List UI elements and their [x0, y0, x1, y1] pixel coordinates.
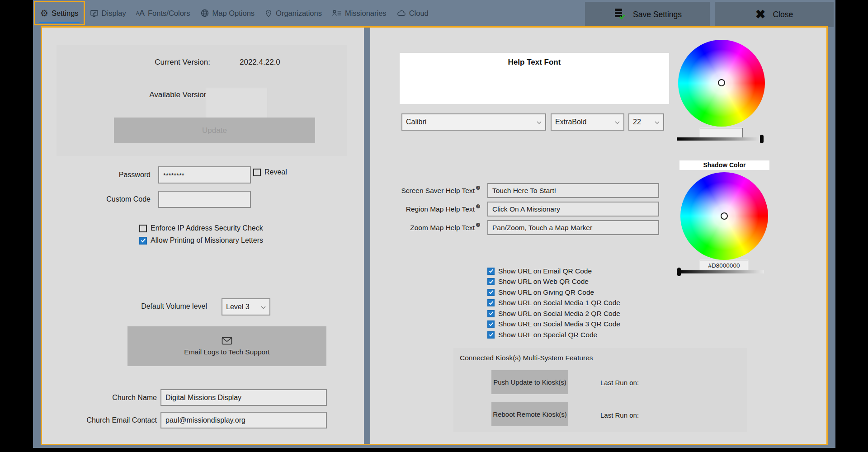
display-icon — [90, 9, 99, 18]
close-icon: ✖ — [755, 9, 766, 21]
screen-saver-help-label: Screen Saver Help Texti — [370, 183, 480, 198]
main-color-brightness-slider[interactable] — [677, 137, 763, 141]
enforce-ip-row: Enforce IP Address Security Check — [139, 224, 263, 232]
zoom-map-help-input[interactable] — [487, 220, 659, 235]
qr-social3-row: Show URL on Social Media 3 QR Code — [487, 319, 620, 330]
tab-fonts-colors[interactable]: AA Fonts/Colors — [131, 2, 195, 24]
kiosk-section-title: Connected Kiosk(s) Multi-System Features — [460, 354, 593, 362]
save-settings-button[interactable]: Save Settings — [585, 2, 710, 27]
font-family-select[interactable]: Calibri — [401, 113, 546, 131]
church-email-input[interactable] — [160, 412, 327, 428]
qr-social2-row: Show URL on Social Media 2 QR Code — [487, 308, 620, 319]
gear-icon: ⚙ — [40, 9, 48, 18]
zoom-map-help-label: Zoom Map Help Texti — [370, 220, 480, 235]
shadow-color-slider-handle[interactable] — [677, 268, 681, 276]
qr-giving-row: Show URL on Giving QR Code — [487, 287, 620, 298]
person-list-icon — [332, 9, 342, 17]
screen: ⚙ Settings Display AA Fonts/Colors — [0, 0, 868, 452]
reveal-label: Reveal — [264, 168, 287, 176]
font-family-value: Calibri — [406, 118, 426, 126]
chevron-down-icon — [655, 118, 660, 126]
qr-email-checkbox[interactable] — [487, 268, 495, 275]
qr-special-row: Show URL on Special QR Code — [487, 330, 620, 340]
main-color-slider-handle[interactable] — [760, 135, 764, 143]
push-last-run-label: Last Run on: — [600, 379, 639, 386]
qr-social2-checkbox[interactable] — [487, 310, 495, 317]
qr-social1-checkbox[interactable] — [487, 299, 495, 306]
tab-cloud-label: Cloud — [409, 9, 429, 18]
toolbar: ⚙ Settings Display AA Fonts/Colors — [33, 0, 835, 26]
tab-map-options-label: Map Options — [212, 9, 255, 18]
cloud-icon — [396, 9, 406, 17]
update-button[interactable]: Update — [114, 118, 315, 143]
chevron-down-icon — [261, 303, 266, 311]
close-label: Close — [773, 10, 793, 19]
tab-map-options[interactable]: Map Options — [195, 2, 260, 24]
tab-fonts-colors-label: Fonts/Colors — [148, 9, 190, 18]
allow-printing-label: Allow Printing of Missionary Letters — [151, 236, 263, 245]
push-update-button[interactable]: Push Update to Kiosk(s) — [491, 370, 568, 394]
tab-missionaries-label: Missionaries — [345, 9, 387, 18]
custom-code-input[interactable] — [158, 191, 251, 208]
font-weight-value: ExtraBold — [555, 118, 586, 126]
globe-icon — [200, 9, 209, 18]
shadow-color-brightness-slider[interactable] — [677, 270, 764, 273]
info-icon: i — [476, 204, 480, 208]
tab-display[interactable]: Display — [85, 2, 131, 24]
email-logs-button[interactable]: Email Logs to Tech Support — [127, 326, 326, 366]
qr-web-checkbox[interactable] — [487, 278, 495, 285]
church-name-input[interactable] — [160, 389, 327, 406]
version-section: Current Version: 2022.4.22.0 Available V… — [57, 45, 347, 156]
close-button[interactable]: ✖ Close — [715, 2, 834, 27]
reboot-last-run-label: Last Run on: — [600, 411, 639, 419]
email-logs-label: Email Logs to Tech Support — [184, 348, 269, 356]
tab-settings-label: Settings — [52, 9, 79, 18]
available-version-label: Available Version: — [102, 90, 210, 99]
save-icon — [613, 7, 626, 22]
active-tab-underline — [39, 22, 80, 23]
enforce-ip-checkbox[interactable] — [139, 225, 147, 232]
church-name-label: Church Name — [66, 394, 157, 402]
qr-web-row: Show URL on Web QR Code — [487, 277, 620, 287]
left-panel: Current Version: 2022.4.22.0 Available V… — [42, 28, 364, 444]
qr-checkbox-list: Show URL on Email QR Code Show URL on We… — [487, 266, 620, 340]
region-map-help-label: Region Map Help Texti — [370, 202, 480, 217]
tab-settings[interactable]: ⚙ Settings — [34, 1, 85, 25]
volume-label: Default Volume level — [117, 302, 207, 311]
save-settings-label: Save Settings — [633, 10, 682, 19]
font-size-select[interactable]: 22 — [628, 113, 664, 131]
tab-display-label: Display — [102, 9, 126, 18]
reveal-checkbox[interactable] — [253, 169, 261, 176]
chevron-down-icon — [615, 118, 620, 126]
region-map-help-input[interactable] — [487, 202, 659, 217]
password-label: Password — [60, 171, 151, 179]
help-text-font-title: Help Text Font — [400, 58, 669, 67]
settings-content: Current Version: 2022.4.22.0 Available V… — [41, 26, 828, 445]
qr-giving-checkbox[interactable] — [487, 289, 495, 296]
current-version-value: 2022.4.22.0 — [240, 58, 280, 67]
shadow-color-label: Shadow Color — [679, 160, 769, 170]
shadow-color-wheel-selector[interactable] — [721, 212, 728, 220]
fonts-icon: AA — [136, 9, 145, 18]
church-email-label: Church Email Contact — [66, 416, 157, 424]
font-size-value: 22 — [633, 118, 641, 126]
enforce-ip-label: Enforce IP Address Security Check — [151, 224, 263, 232]
panel-divider — [364, 28, 370, 444]
envelope-icon — [222, 337, 232, 347]
qr-special-checkbox[interactable] — [487, 331, 495, 339]
tab-missionaries[interactable]: Missionaries — [327, 2, 392, 24]
settings-window: ⚙ Settings Display AA Fonts/Colors — [33, 0, 835, 448]
tab-organizations[interactable]: Organizations — [259, 2, 327, 24]
password-input[interactable] — [158, 166, 251, 184]
map-pin-icon — [264, 9, 273, 18]
main-color-wheel-selector[interactable] — [718, 79, 725, 86]
qr-email-row: Show URL on Email QR Code — [487, 266, 620, 277]
font-weight-select[interactable]: ExtraBold — [551, 113, 624, 131]
reboot-kiosk-button[interactable]: Reboot Remote Kiosk(s) — [491, 402, 568, 426]
volume-select[interactable]: Level 3 — [222, 298, 270, 315]
shadow-color-hex-input[interactable]: #D8000000 — [700, 260, 748, 271]
tab-cloud[interactable]: Cloud — [392, 2, 434, 24]
allow-printing-checkbox[interactable] — [139, 237, 147, 245]
qr-social3-checkbox[interactable] — [487, 320, 495, 328]
screen-saver-help-input[interactable] — [487, 183, 659, 198]
